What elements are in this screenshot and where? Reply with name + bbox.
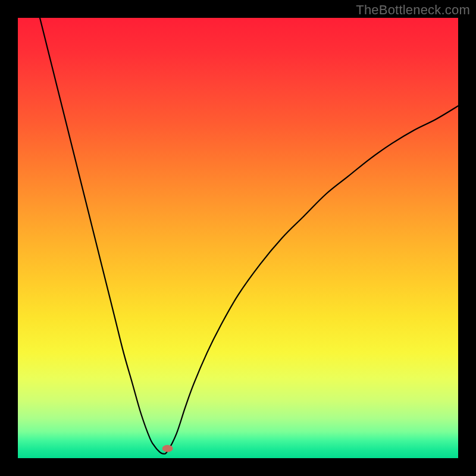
chart-frame: TheBottleneck.com (0, 0, 476, 476)
plot-svg (18, 18, 458, 458)
optimum-marker (162, 445, 173, 452)
bottleneck-curve (18, 18, 458, 454)
watermark-text: TheBottleneck.com (356, 2, 470, 18)
